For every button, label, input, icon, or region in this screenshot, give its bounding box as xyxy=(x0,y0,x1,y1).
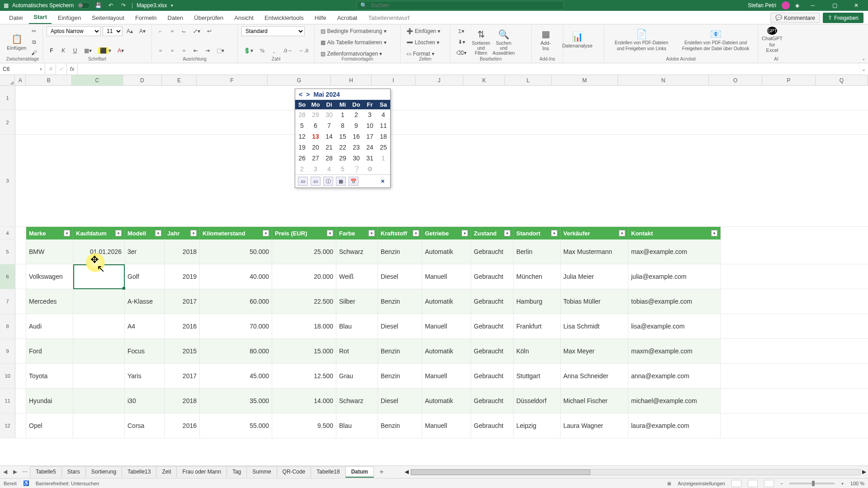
cal-day[interactable]: 11 xyxy=(377,120,390,131)
accessibility-icon[interactable]: ♿ xyxy=(23,480,29,486)
cell-preis[interactable]: 25.000 xyxy=(272,239,336,264)
cal-day[interactable]: 4 xyxy=(322,164,336,174)
font-color-button[interactable]: A▾ xyxy=(115,46,126,56)
fill-color-button[interactable]: ⬛▾ xyxy=(96,46,113,56)
autosave-toggle[interactable] xyxy=(77,2,90,9)
cal-day[interactable]: 1 xyxy=(336,109,349,120)
cell-farbe[interactable]: Schwarz xyxy=(336,239,378,264)
row-4[interactable]: 4 xyxy=(0,227,15,239)
row-12[interactable]: 12 xyxy=(0,413,15,438)
comma-button[interactable]: , xyxy=(269,46,279,56)
cal-day[interactable]: 5 xyxy=(295,120,309,131)
cell-ort[interactable]: München xyxy=(514,264,561,289)
cal-day[interactable]: 10 xyxy=(363,120,377,131)
cell-kauf[interactable] xyxy=(73,289,125,314)
col-M[interactable]: M xyxy=(552,75,618,85)
undo-icon[interactable]: ↶ xyxy=(106,1,115,10)
cell-farbe[interactable]: Grau xyxy=(336,364,378,388)
cell-ort[interactable]: Frankfurt xyxy=(514,314,561,338)
cell-kontakt[interactable]: anna@example.com xyxy=(628,364,721,388)
cal-day[interactable]: 22 xyxy=(336,142,349,153)
cell-getr[interactable]: Automatik xyxy=(422,339,471,363)
zoom-value[interactable]: 100 % xyxy=(850,481,864,486)
cal-day[interactable]: 14 xyxy=(322,131,336,142)
cal-grid[interactable]: 2829301234567891011121314151617181920212… xyxy=(295,109,390,174)
cell-kraft[interactable]: Diesel xyxy=(378,264,422,289)
filter-icon[interactable]: ▾ xyxy=(711,230,717,236)
cell-preis[interactable]: 14.000 xyxy=(272,389,336,413)
cell-kontakt[interactable]: julia@example.com xyxy=(628,264,721,289)
cell-modell[interactable]: A-Klasse xyxy=(125,289,165,314)
increase-font-button[interactable]: A▴ xyxy=(124,26,135,36)
cell-ort[interactable]: Leipzig xyxy=(514,413,561,438)
cell-farbe[interactable]: Blau xyxy=(336,413,378,438)
cell-jahr[interactable]: 2017 xyxy=(165,364,200,388)
cell-kraft[interactable]: Diesel xyxy=(378,314,422,338)
sheet-tab[interactable]: Summe xyxy=(246,466,277,478)
select-all-corner[interactable] xyxy=(0,75,15,85)
formula-input[interactable] xyxy=(78,63,859,75)
display-settings-icon[interactable]: 🖥 xyxy=(666,481,671,486)
col-C[interactable]: C xyxy=(72,75,123,85)
cell-zust[interactable]: Gebraucht xyxy=(471,289,514,314)
conditional-formatting[interactable]: ▤ Bedingte Formatierung ▾ xyxy=(318,26,396,36)
cal-day[interactable]: 16 xyxy=(349,131,363,142)
bold-button[interactable]: F xyxy=(47,46,57,56)
cancel-formula[interactable]: ✕ xyxy=(45,63,56,75)
cal-day[interactable]: 7 xyxy=(322,120,336,131)
row-3[interactable]: 3 xyxy=(0,135,15,227)
find-select[interactable]: 🔍Suchen und Auswählen xyxy=(493,28,514,56)
row-2[interactable]: 2 xyxy=(0,110,15,135)
cal-day[interactable]: 15 xyxy=(336,131,349,142)
cal-day[interactable]: 20 xyxy=(309,142,322,153)
tab-ansicht[interactable]: Ansicht xyxy=(230,12,258,24)
cell-kontakt[interactable]: tobias@example.com xyxy=(628,289,721,314)
merge-center[interactable]: ⬚▾ xyxy=(214,46,226,56)
cell-verk[interactable]: Julia Meier xyxy=(561,264,628,289)
sheet-nav-prev[interactable]: ◀ xyxy=(0,469,10,475)
cal-day[interactable]: 24 xyxy=(363,142,377,153)
row-10[interactable]: 10 xyxy=(0,364,15,389)
avatar[interactable] xyxy=(782,1,790,9)
cell-modell[interactable]: Golf xyxy=(125,264,165,289)
cell-jahr[interactable]: 2017 xyxy=(165,289,200,314)
cell-zust[interactable]: Gebraucht xyxy=(471,264,514,289)
sheet-tab[interactable]: Sortierung xyxy=(85,466,122,478)
accept-formula[interactable]: ✓ xyxy=(56,63,67,75)
cell-ort[interactable]: Düsseldorf xyxy=(514,389,561,413)
cell-modell[interactable]: A4 xyxy=(125,314,165,338)
hscroll-right[interactable]: ▶ xyxy=(862,469,866,475)
cell-getr[interactable]: Manuell xyxy=(422,413,471,438)
filter-icon[interactable]: ▾ xyxy=(368,230,375,236)
cell-marke[interactable]: BMW xyxy=(26,239,73,264)
sheet-nav-more[interactable]: ⋯ xyxy=(20,469,30,475)
chatgpt-button[interactable]: GPTChatGPTfor Excel xyxy=(762,26,783,53)
filename-chevron-icon[interactable]: ▾ xyxy=(171,3,173,8)
col-P[interactable]: P xyxy=(762,75,816,85)
calendar-popup[interactable]: < > Mai 2024 SoMoDiMiDoFrSa 282930123456… xyxy=(295,89,391,188)
zoom-in[interactable]: + xyxy=(841,481,844,486)
cell-kauf[interactable] xyxy=(73,264,125,289)
tab-start[interactable]: Start xyxy=(29,11,52,24)
cell-farbe[interactable]: Schwarz xyxy=(336,389,378,413)
cal-day[interactable]: 4 xyxy=(377,109,390,120)
fill[interactable]: ⬇▾ xyxy=(454,37,469,47)
delete-cells[interactable]: ➖ Löschen ▾ xyxy=(404,38,446,47)
cell-modell[interactable]: Corsa xyxy=(125,413,165,438)
data-analysis[interactable]: 📊Datenanalyse xyxy=(567,26,588,53)
cell-ort[interactable]: Köln xyxy=(514,339,561,363)
cell-kauf[interactable]: 01.01.2026 xyxy=(73,239,125,264)
cell-preis[interactable]: 15.000 xyxy=(272,339,336,363)
cal-day[interactable]: 2 xyxy=(295,164,309,174)
cell-kauf[interactable] xyxy=(73,339,125,363)
cell-kraft[interactable]: Benzin xyxy=(378,289,422,314)
cal-gear-icon[interactable]: ⚙ xyxy=(363,164,377,174)
cell-farbe[interactable]: Rot xyxy=(336,339,378,363)
italic-button[interactable]: K xyxy=(58,46,68,56)
align-right[interactable]: ≡ xyxy=(179,46,189,56)
col-O[interactable]: O xyxy=(709,75,762,85)
cal-day[interactable]: 8 xyxy=(336,120,349,131)
cal-day[interactable]: 25 xyxy=(377,142,390,153)
cell-modell[interactable]: Focus xyxy=(125,339,165,363)
number-format-combo[interactable]: Standard xyxy=(241,26,305,36)
